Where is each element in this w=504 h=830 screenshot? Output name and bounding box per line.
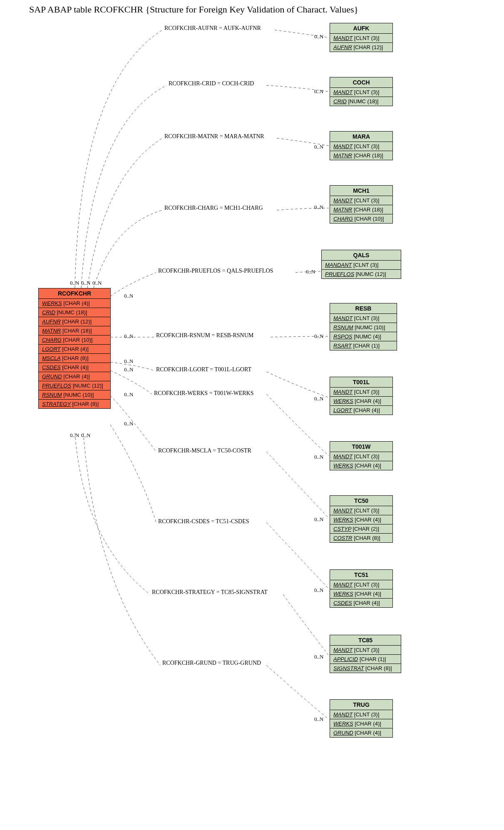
field-row: MATNR [CHAR (18)] xyxy=(330,151,392,160)
entity-header: T001L xyxy=(330,377,392,388)
relation-label: RCOFKCHR-AUFNR = AUFK-AUFNR xyxy=(164,25,261,32)
field-row: RSNUM [NUMC (10)] xyxy=(330,323,397,332)
field-row: MANDT [CLNT (3)] xyxy=(330,88,392,97)
field-row: MANDT [CLNT (3)] xyxy=(330,580,392,589)
cardinality-label: 0..N xyxy=(70,432,79,439)
field-row: WERKS [CHAR (4)] xyxy=(330,397,392,406)
field-row: AUFNR [CHAR (12)] xyxy=(330,43,392,52)
field-row: MANDT [CLNT (3)] xyxy=(330,646,401,655)
entity-trug: TRUG MANDT [CLNT (3)] WERKS [CHAR (4)] G… xyxy=(330,699,393,738)
cardinality-label: 0..N xyxy=(314,654,323,660)
page-title: SAP ABAP table RCOFKCHR {Structure for F… xyxy=(29,4,358,15)
relation-label: RCOFKCHR-WERKS = T001W-WERKS xyxy=(154,390,253,397)
field-row: CRID [NUMC (18)] xyxy=(330,97,392,106)
entity-header: AUFK xyxy=(330,23,392,34)
field-row: CSDES [CHAR (4)] xyxy=(39,363,110,372)
field-row: MANDT [CLNT (3)] xyxy=(330,196,392,205)
entity-t001w: T001W MANDT [CLNT (3)] WERKS [CHAR (4)] xyxy=(330,441,393,470)
field-row: MANDT [CLNT (3)] xyxy=(330,506,392,515)
entity-qals: QALS MANDANT [CLNT (3)] PRUEFLOS [NUMC (… xyxy=(321,250,401,279)
field-row: GRUND [CHAR (4)] xyxy=(39,372,110,381)
field-row: SIGNSTRAT [CHAR (8)] xyxy=(330,664,401,673)
field-row: AUFNR [CHAR (12)] xyxy=(39,317,110,326)
entity-tc51: TC51 MANDT [CLNT (3)] WERKS [CHAR (4)] C… xyxy=(330,569,393,608)
entity-tc50: TC50 MANDT [CLNT (3)] WERKS [CHAR (4)] C… xyxy=(330,495,393,543)
field-row: GRUND [CHAR (4)] xyxy=(330,728,392,737)
cardinality-label: 0..N xyxy=(124,366,133,373)
entity-resb: RESB MANDT [CLNT (3)] RSNUM [NUMC (10)] … xyxy=(330,303,397,350)
field-row: STRATEGY [CHAR (8)] xyxy=(39,400,110,408)
cardinality-label: 0..N xyxy=(314,333,323,340)
entity-header: TC51 xyxy=(330,570,392,580)
cardinality-label: 0..N xyxy=(314,395,323,402)
cardinality-label: 0..N xyxy=(314,716,323,723)
cardinality-label: 0..N xyxy=(124,420,133,427)
relation-label: RCOFKCHR-CSDES = TC51-CSDES xyxy=(158,518,249,525)
field-row: APPLICID [CHAR (1)] xyxy=(330,655,401,664)
entity-header: RESB xyxy=(330,303,397,314)
entity-header: COCH xyxy=(330,77,392,88)
field-row: CHARG [CHAR (10)] xyxy=(330,214,392,223)
entity-rcofkchr: RCOFKCHR WERKS [CHAR (4)] CRID [NUMC (18… xyxy=(38,288,111,409)
cardinality-label: 0..N xyxy=(314,516,323,523)
cardinality-label: 0..N xyxy=(314,88,323,95)
field-row: RSNUM [NUMC (10)] xyxy=(39,390,110,400)
field-row: WERKS [CHAR (4)] xyxy=(330,461,392,470)
field-row: MATNR [CHAR (18)] xyxy=(39,326,110,335)
field-row: RSART [CHAR (1)] xyxy=(330,341,397,350)
relation-lines xyxy=(0,0,504,830)
entity-header: RCOFKCHR xyxy=(39,288,110,299)
entity-aufk: AUFK MANDT [CLNT (3)] AUFNR [CHAR (12)] xyxy=(330,23,393,52)
relation-label: RCOFKCHR-CHARG = MCH1-CHARG xyxy=(164,205,263,211)
entity-header: QALS xyxy=(322,250,401,261)
entity-mara: MARA MANDT [CLNT (3)] MATNR [CHAR (18)] xyxy=(330,131,393,160)
field-row: WERKS [CHAR (4)] xyxy=(330,515,392,524)
cardinality-label: 0..N xyxy=(70,280,79,286)
cardinality-label: 0..N xyxy=(314,33,323,40)
cardinality-label: 0..N xyxy=(81,280,90,286)
relation-label: RCOFKCHR-MSCLA = TC50-COSTR xyxy=(158,447,251,454)
cardinality-label: 0..N xyxy=(124,333,133,340)
field-row: RSPOS [NUMC (4)] xyxy=(330,332,397,341)
field-row: MANDT [CLNT (3)] xyxy=(330,314,397,323)
field-row: CSDES [CHAR (4)] xyxy=(330,599,392,607)
relation-label: RCOFKCHR-STRATEGY = TC85-SIGNSTRAT xyxy=(152,589,268,596)
field-row: PRUEFLOS [NUMC (12)] xyxy=(322,270,401,278)
field-row: MANDT [CLNT (3)] xyxy=(330,142,392,151)
relation-label: RCOFKCHR-RSNUM = RESB-RSNUM xyxy=(156,332,253,339)
field-row: COSTR [CHAR (8)] xyxy=(330,534,392,542)
field-row: LGORT [CHAR (4)] xyxy=(39,345,110,354)
relation-label: RCOFKCHR-MATNR = MARA-MATNR xyxy=(164,133,264,140)
field-row: MANDT [CLNT (3)] xyxy=(330,34,392,43)
field-row: MSCLA [CHAR (8)] xyxy=(39,354,110,363)
cardinality-label: 0..N xyxy=(306,268,315,275)
field-row: PRUEFLOS [NUMC (12)] xyxy=(39,381,110,390)
cardinality-label: 0..N xyxy=(81,432,90,439)
relation-label: RCOFKCHR-LGORT = T001L-LGORT xyxy=(156,366,251,373)
entity-tc85: TC85 MANDT [CLNT (3)] APPLICID [CHAR (1)… xyxy=(330,635,401,673)
relation-label: RCOFKCHR-GRUND = TRUG-GRUND xyxy=(162,660,261,666)
entity-header: MCH1 xyxy=(330,186,392,196)
relation-label: RCOFKCHR-CRID = COCH-CRID xyxy=(169,80,254,87)
entity-coch: COCH MANDT [CLNT (3)] CRID [NUMC (18)] xyxy=(330,77,393,106)
field-row: WERKS [CHAR (4)] xyxy=(39,299,110,308)
field-row: LGORT [CHAR (4)] xyxy=(330,406,392,415)
field-row: CRID [NUMC (18)] xyxy=(39,308,110,317)
cardinality-label: 0..N xyxy=(92,280,102,286)
field-row: MANDT [CLNT (3)] xyxy=(330,710,392,719)
cardinality-label: 0..N xyxy=(314,454,323,460)
entity-header: MARA xyxy=(330,132,392,142)
entity-t001l: T001L MANDT [CLNT (3)] WERKS [CHAR (4)] … xyxy=(330,377,393,415)
relation-label: RCOFKCHR-PRUEFLOS = QALS-PRUEFLOS xyxy=(158,268,273,274)
cardinality-label: 0..N xyxy=(314,144,323,150)
cardinality-label: 0..N xyxy=(314,204,323,211)
entity-header: TRUG xyxy=(330,700,392,710)
entity-header: TC85 xyxy=(330,635,401,646)
entity-header: TC50 xyxy=(330,496,392,506)
entity-mch1: MCH1 MANDT [CLNT (3)] MATNR [CHAR (18)] … xyxy=(330,185,393,224)
field-row: MATNR [CHAR (18)] xyxy=(330,205,392,214)
cardinality-label: 0..N xyxy=(124,358,133,365)
entity-header: T001W xyxy=(330,442,392,452)
field-row: MANDANT [CLNT (3)] xyxy=(322,261,401,270)
cardinality-label: 0..N xyxy=(124,293,133,299)
